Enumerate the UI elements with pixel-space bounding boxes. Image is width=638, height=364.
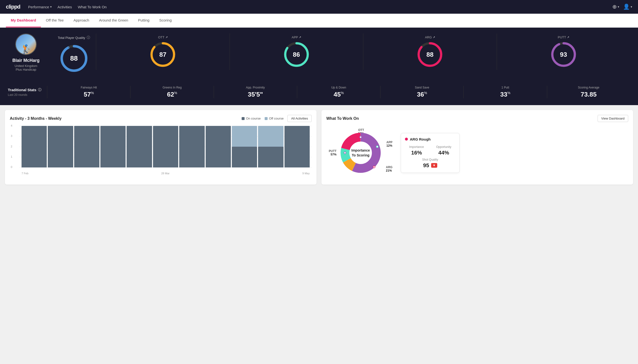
total-quality-group: Total Player Quality ⓘ 88	[52, 34, 96, 75]
player-section: 🏌️ Blair McHarg United Kingdom Plus Hand…	[8, 34, 52, 72]
arg-info-card: ARG Rough Importance 16% Opportunity 44%…	[401, 133, 460, 173]
bar-group-1	[22, 126, 47, 168]
legend-on-course: On course	[242, 116, 261, 120]
bar-off-10	[258, 126, 283, 147]
bar-group-2	[48, 126, 73, 168]
x-label-1: 7 Feb	[22, 172, 28, 175]
player-handicap: Plus Handicap	[16, 68, 36, 72]
activity-card-header: Activity - 3 Months - Weekly On course O…	[10, 115, 312, 122]
shot-quality-row: 95 ▼	[405, 162, 455, 169]
arg-opportunity-metric: Opportunity 44%	[432, 145, 455, 156]
category-scores: OTT ↗ 87 APP ↗ 86	[96, 34, 630, 70]
svg-point-17	[360, 136, 362, 138]
stat-fairways-hit: Fairways Hit 57%	[47, 86, 130, 98]
svg-point-18	[376, 146, 378, 148]
x-label-2: 28 Mar	[161, 172, 169, 175]
arg-dot-icon	[405, 138, 408, 140]
x-label-3: 9 May	[302, 172, 310, 175]
stat-items: Fairways Hit 57% Greens In Reg 62% App. …	[47, 86, 630, 98]
sub-nav: My Dashboard Off the Tee Approach Around…	[0, 14, 638, 28]
tab-putting[interactable]: Putting	[133, 14, 154, 28]
stat-1-putt: 1 Putt 33%	[464, 86, 547, 98]
app-label: APP ↗	[292, 36, 301, 39]
nav-activities[interactable]: Activities	[58, 5, 72, 9]
tab-my-dashboard[interactable]: My Dashboard	[6, 14, 41, 28]
arg-score-value: 88	[427, 51, 434, 58]
plus-circle-icon: ⊕	[612, 4, 617, 10]
bar-on-6	[153, 126, 178, 168]
arg-ring: 88	[416, 41, 443, 68]
total-quality-label: Total Player Quality ⓘ	[58, 36, 90, 40]
avatar-image: 🏌️	[16, 34, 36, 54]
bar-group-5	[127, 126, 152, 168]
app-score-group: APP ↗ 86	[230, 34, 363, 70]
app-donut-label: APP 12%	[386, 140, 392, 148]
tab-around-the-green[interactable]: Around the Green	[94, 14, 133, 28]
putt-ring: 93	[550, 41, 577, 68]
stat-app-proximity: App. Proximity 35'5"	[214, 86, 297, 98]
putt-label: PUTT ↗	[558, 36, 569, 39]
chart-labels: 7 Feb 28 Mar 9 May	[20, 172, 312, 175]
trad-stats-title-text: Traditional Stats	[8, 88, 37, 92]
bar-group-3	[74, 126, 99, 168]
chart-legend: On course Off course	[242, 116, 284, 120]
app-trend-icon: ↗	[299, 36, 301, 39]
user-profile-button[interactable]: 👤 ▾	[623, 4, 632, 10]
ott-score-group: OTT ↗ 87	[96, 34, 230, 70]
arg-metrics: Importance 16% Opportunity 44%	[405, 145, 455, 156]
user-icon: 👤	[623, 4, 630, 10]
bar-group-7	[179, 126, 204, 168]
view-dashboard-button[interactable]: View Dashboard	[598, 115, 628, 122]
bar-on-3	[74, 126, 99, 168]
nav-what-to-work-on[interactable]: What To Work On	[78, 5, 107, 9]
bar-group-6	[153, 126, 178, 168]
player-name: Blair McHarg	[12, 58, 39, 63]
bar-on-1	[22, 126, 47, 168]
bar-group-8	[206, 126, 231, 168]
total-score-value: 88	[70, 54, 78, 62]
donut-chart-area: OTT 10% APP 12% ARG 21% PUTT 57%	[326, 126, 395, 180]
total-score-ring: 88	[59, 44, 89, 73]
putt-trend-icon: ↗	[567, 36, 569, 39]
putt-score-value: 93	[560, 51, 567, 58]
ott-label: OTT ↗	[158, 36, 168, 39]
app-ring: 86	[283, 41, 310, 68]
work-on-card-header: What To Work On View Dashboard	[326, 115, 628, 122]
add-chevron-icon: ▾	[618, 5, 619, 8]
info-icon[interactable]: ⓘ	[87, 36, 90, 40]
bar-on-2	[48, 126, 73, 168]
arg-donut-label: ARG 21%	[386, 166, 392, 172]
arg-score-group: ARG ↗ 88	[363, 34, 497, 70]
donut-svg: .donut-segment { fill: none; stroke-widt…	[336, 128, 385, 177]
bar-group-10	[258, 126, 283, 168]
add-button[interactable]: ⊕ ▾	[612, 4, 619, 10]
stat-up-down: Up & Down 45%	[297, 86, 380, 98]
bar-on-7	[179, 126, 204, 168]
bar-on-4	[100, 126, 126, 168]
arg-importance-metric: Importance 16%	[405, 145, 428, 156]
tab-approach[interactable]: Approach	[69, 14, 94, 28]
tab-scoring[interactable]: Scoring	[154, 14, 176, 28]
bar-on-11	[285, 126, 310, 168]
nav-right-actions: ⊕ ▾ 👤 ▾	[612, 4, 632, 10]
bar-group-9	[232, 126, 257, 168]
nav-performance[interactable]: Performance ▾	[28, 5, 52, 9]
trad-stats-subtitle: Last 20 rounds	[8, 93, 47, 96]
legend-off-course: Off course	[265, 116, 284, 120]
top-nav: clippd Performance ▾ Activities What To …	[0, 0, 638, 14]
trad-stats-label: Traditional Stats ⓘ Last 20 rounds	[8, 88, 47, 96]
tab-off-the-tee[interactable]: Off the Tee	[41, 14, 69, 28]
bar-group-11	[285, 126, 310, 168]
trad-stats-info-icon[interactable]: ⓘ	[38, 88, 41, 92]
chevron-down-icon: ▾	[50, 5, 52, 8]
logo[interactable]: clippd	[6, 4, 20, 10]
all-activities-button[interactable]: All Activities	[287, 115, 312, 122]
work-on-card: What To Work On View Dashboard OTT 10% A…	[321, 110, 633, 184]
stat-greens-in-reg: Greens In Reg 62%	[130, 86, 214, 98]
bar-on-8	[206, 126, 231, 168]
stat-sand-save: Sand Save 36%	[380, 86, 464, 98]
off-course-dot	[265, 117, 268, 120]
ott-ring: 87	[149, 41, 176, 68]
on-course-dot	[242, 117, 245, 120]
putt-donut-label: PUTT 57%	[329, 149, 336, 156]
